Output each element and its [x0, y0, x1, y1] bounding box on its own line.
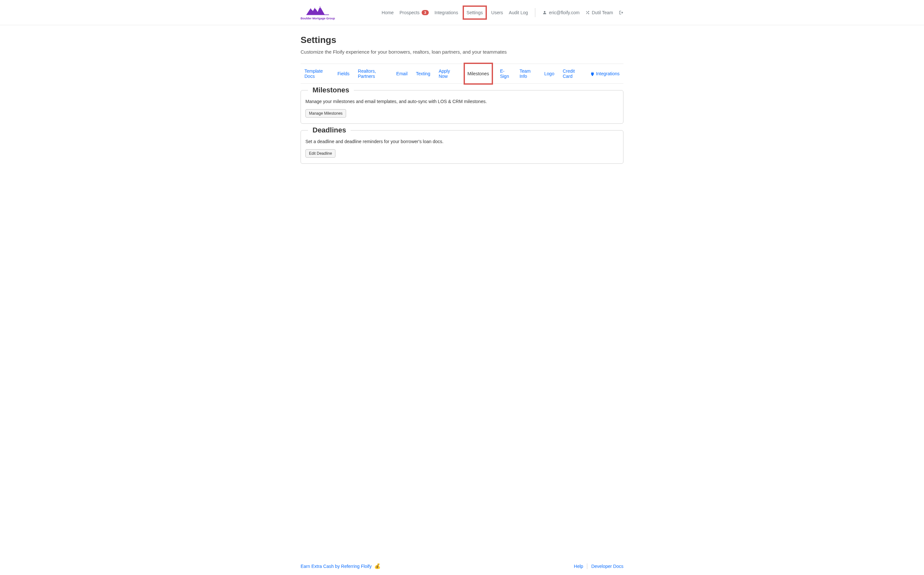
nav-prospects-label: Prospects: [399, 10, 419, 15]
tab-esign[interactable]: E-Sign: [500, 64, 511, 83]
team-label: Dutil Team: [592, 10, 613, 15]
nav-audit-log[interactable]: Audit Log: [509, 10, 528, 15]
nav-team[interactable]: Dutil Team: [585, 10, 613, 15]
milestones-desc: Manage your milestones and email templat…: [306, 99, 618, 104]
footer-help-link[interactable]: Help: [574, 564, 583, 569]
tab-fields[interactable]: Fields: [338, 64, 349, 83]
page-title: Settings: [301, 35, 623, 45]
tabs-row: Template Docs Fields Realtors, Partners …: [301, 64, 623, 84]
milestones-fieldset: Milestones Manage your milestones and em…: [301, 90, 623, 124]
tab-apply-now[interactable]: Apply Now: [439, 64, 456, 83]
header-inner: Boulder Mortgage Group Home Prospects 3 …: [301, 0, 623, 25]
shuffle-icon: [585, 10, 590, 15]
logo[interactable]: Boulder Mortgage Group: [301, 5, 335, 20]
svg-point-1: [315, 8, 316, 9]
footer-divider: [587, 563, 587, 569]
header: Boulder Mortgage Group Home Prospects 3 …: [0, 0, 924, 25]
tab-team-info[interactable]: Team Info: [520, 64, 536, 83]
footer-referral-link[interactable]: Earn Extra Cash by Referring Floify: [301, 564, 372, 569]
nav-users[interactable]: Users: [491, 10, 503, 15]
footer-right: Help Developer Docs: [574, 563, 623, 569]
tab-integrations[interactable]: Integrations: [590, 64, 620, 83]
money-bag-icon: 💰: [374, 563, 380, 569]
logo-text: Boulder Mortgage Group: [301, 17, 335, 20]
nav-home[interactable]: Home: [382, 10, 393, 15]
tab-template-docs[interactable]: Template Docs: [304, 64, 329, 83]
tab-credit-card[interactable]: Credit Card: [563, 64, 582, 83]
svg-point-2: [320, 7, 320, 8]
edit-deadline-button[interactable]: Edit Deadline: [306, 149, 336, 158]
logo-mountain-icon: [303, 5, 332, 16]
footer-left: Earn Extra Cash by Referring Floify 💰: [301, 563, 380, 569]
plug-icon: [590, 71, 595, 76]
user-email-label: eric@floify.com: [549, 10, 580, 15]
page-subtitle: Customize the Floify experience for your…: [301, 49, 623, 55]
prospects-badge: 3: [422, 10, 429, 15]
nav-logout[interactable]: [619, 10, 623, 15]
nav-prospects[interactable]: Prospects 3: [399, 10, 428, 15]
footer: Earn Extra Cash by Referring Floify 💰 He…: [301, 557, 623, 575]
nav-divider: [535, 8, 535, 17]
nav-settings[interactable]: Settings: [463, 5, 487, 20]
user-icon: [542, 10, 547, 15]
tab-integrations-label: Integrations: [596, 71, 620, 76]
tab-email[interactable]: Email: [396, 64, 407, 83]
deadlines-legend: Deadlines: [308, 126, 350, 134]
deadlines-fieldset: Deadlines Set a deadline and deadline re…: [301, 130, 623, 164]
deadlines-desc: Set a deadline and deadline reminders fo…: [306, 139, 618, 144]
content: Settings Customize the Floify experience…: [301, 25, 623, 557]
nav-user-email[interactable]: eric@floify.com: [542, 10, 580, 15]
footer-developer-docs-link[interactable]: Developer Docs: [591, 564, 623, 569]
tab-texting[interactable]: Texting: [416, 64, 430, 83]
nav-main: Home Prospects 3 Integrations Settings U…: [382, 8, 623, 17]
tab-realtors-partners[interactable]: Realtors, Partners: [358, 64, 388, 83]
milestones-legend: Milestones: [308, 86, 354, 94]
manage-milestones-button[interactable]: Manage Milestones: [306, 109, 346, 118]
tab-logo[interactable]: Logo: [544, 64, 554, 83]
logout-icon: [619, 10, 623, 15]
tab-milestones[interactable]: Milestones: [464, 63, 493, 85]
svg-point-0: [311, 9, 312, 10]
nav-integrations[interactable]: Integrations: [434, 10, 458, 15]
